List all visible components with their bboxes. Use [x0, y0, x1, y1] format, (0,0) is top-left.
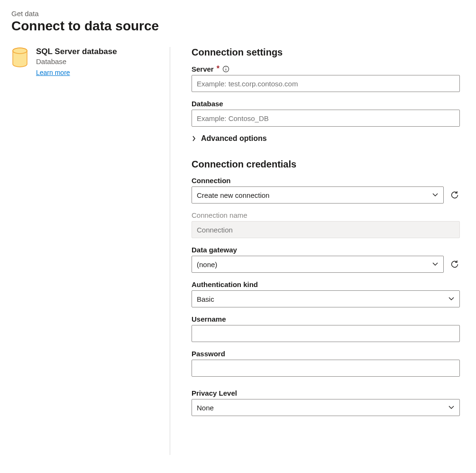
chevron-down-icon [432, 261, 439, 268]
connection-value: Create new connection [197, 191, 269, 199]
database-input[interactable] [192, 110, 460, 127]
data-gateway-value: (none) [197, 260, 217, 269]
page-title: Connect to data source [11, 19, 465, 34]
source-title: SQL Server database [36, 47, 160, 56]
connection-credentials-heading: Connection credentials [192, 159, 460, 170]
username-input[interactable] [192, 325, 460, 342]
connection-name-input [192, 221, 460, 238]
connection-name-label: Connection name [192, 211, 247, 219]
password-label: Password [192, 350, 225, 358]
data-gateway-select[interactable]: (none) [192, 256, 444, 273]
privacy-level-label: Privacy Level [192, 389, 237, 397]
password-input[interactable] [192, 360, 460, 377]
authentication-kind-label: Authentication kind [192, 280, 258, 288]
info-icon[interactable] [222, 65, 230, 73]
connection-select[interactable]: Create new connection [192, 186, 444, 204]
refresh-icon[interactable] [449, 259, 460, 269]
advanced-options-label: Advanced options [201, 134, 267, 143]
breadcrumb: Get data [11, 9, 465, 18]
username-label: Username [192, 315, 226, 323]
refresh-icon[interactable] [449, 190, 460, 200]
privacy-level-select[interactable]: None [192, 399, 460, 416]
chevron-down-icon [448, 296, 455, 302]
chevron-down-icon [448, 404, 455, 411]
authentication-kind-select[interactable]: Basic [192, 290, 460, 307]
chevron-down-icon [432, 192, 439, 198]
authentication-kind-value: Basic [197, 295, 214, 303]
source-subtitle: Database [36, 57, 160, 65]
server-label: Server [192, 65, 214, 73]
svg-point-4 [226, 67, 226, 67]
required-asterisk: * [217, 65, 220, 73]
source-panel: SQL Server database Database Learn more [11, 47, 170, 455]
connection-settings-heading: Connection settings [192, 47, 460, 58]
database-icon [11, 47, 28, 77]
server-input[interactable] [192, 75, 460, 92]
privacy-level-value: None [197, 404, 214, 412]
connection-label: Connection [192, 176, 231, 185]
learn-more-link[interactable]: Learn more [36, 69, 70, 76]
data-gateway-label: Data gateway [192, 246, 237, 254]
advanced-options-toggle[interactable]: Advanced options [192, 134, 460, 143]
chevron-right-icon [192, 135, 196, 142]
database-label: Database [192, 100, 223, 108]
